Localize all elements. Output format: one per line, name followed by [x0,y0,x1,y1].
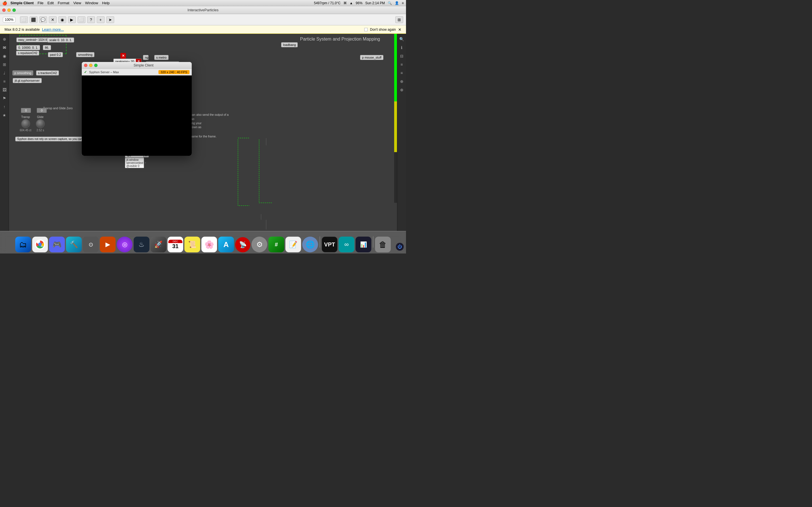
patch-canvas[interactable]: Particle System and Projection Mapping l… [9,34,397,231]
toolbar-btn-7[interactable]: ⬜ [78,16,86,23]
dock-arduino[interactable]: ∞ [339,237,354,252]
obj-metro[interactable]: s metro [154,55,168,60]
dock-launchpad[interactable]: 🚀 [151,237,166,252]
toolbar-btn-5[interactable]: ◉ [58,16,66,23]
dial-glide-knob[interactable] [36,119,45,128]
dock-appstore[interactable]: A [218,237,234,252]
obj-num10000[interactable]: s repulsionCH2 [16,51,39,55]
search-icon[interactable]: 🔍 [388,1,392,5]
minimize-button[interactable] [7,8,11,12]
right-sidebar-add[interactable]: ⊕ [399,87,405,93]
obj-num86[interactable]: 0. 10000. 0. 1. [16,45,40,50]
dock-siri[interactable]: ◎ [117,237,133,252]
dock-finder[interactable]: 🗂 [15,237,31,252]
chrome-icon [35,239,45,249]
dial-transp-knob[interactable] [21,119,30,128]
floating-maximize[interactable] [94,64,98,67]
dock-textedit[interactable]: 📝 [285,237,301,252]
num-box-0-left[interactable]: 0 [21,108,31,113]
dock-internet[interactable]: 🌐 [302,237,318,252]
menubar-right: 5497rpm / 71.0°C ⌘ ▲ 96% Sun 2:14 PM 🔍 👤… [314,1,404,5]
syphon-server-label[interactable]: Syphon Server – Max [89,70,119,74]
sidebar-icon-8[interactable]: ↑ [1,104,8,110]
controls-icon[interactable]: ≡ [402,1,404,5]
notification-text: Max 8.0.2 is available [4,27,40,32]
menu-app-name[interactable]: Simple Client [10,1,34,5]
dial-glide-value: 2.52 s [36,129,44,132]
learn-more-link[interactable]: Learn more... [42,27,64,32]
floating-minimize[interactable] [89,64,93,67]
menu-window[interactable]: Window [85,1,98,5]
menubar: 🍎 Simple Client File Edit Format View Wi… [0,0,406,6]
dock-displaylink[interactable]: ▶ [100,237,116,252]
toolbar-btn-6[interactable]: ▶ [68,16,76,23]
toolbar-btn-4[interactable]: ✕ [49,16,57,23]
modal-close-x[interactable]: ✕ [120,53,126,59]
dock-vpt[interactable]: VPT [322,237,338,252]
sidebar-icon-0[interactable]: ⊕ [1,36,8,42]
right-sidebar-info[interactable]: ℹ [399,45,405,51]
right-sidebar-list2[interactable]: ≡ [399,70,405,76]
toolbar-btn-add[interactable]: + [97,16,105,23]
menu-help[interactable]: Help [102,1,110,5]
dock-numbers[interactable]: # [268,237,284,252]
toolbar-grid[interactable]: ⊞ [395,16,403,23]
obj-past[interactable]: smoothing [76,52,94,57]
obj-p-smoothing[interactable]: s tractionCH2 [36,70,59,75]
dock-sleeve[interactable]: ⊙ [83,237,99,252]
dont-show-checkbox[interactable] [364,28,368,31]
floating-close[interactable] [84,64,87,67]
sidebar-icon-3[interactable]: ⊞ [1,61,8,68]
sidebar-icon-6[interactable]: 🖼 [1,87,8,93]
notification-close[interactable]: ✕ [398,27,402,32]
toolbar-btn-1[interactable]: ⬜ [20,16,28,23]
obj-asy-centroid[interactable]: easy_centroid~ 1024 8 [16,38,49,42]
sidebar-icon-4[interactable]: ♩ [1,70,8,76]
dock-systemprefs[interactable]: ⚙ [252,237,267,252]
obj-traction[interactable]: jit.gl.syphonserver [13,78,42,83]
maximize-button[interactable] [12,8,16,12]
dock-xcode[interactable]: 🔨 [66,237,82,252]
dock-discord[interactable]: 🎮 [49,237,65,252]
close-button[interactable] [2,8,6,12]
right-sidebar-connect[interactable]: ⊕ [399,78,405,84]
obj-fps-dropdown[interactable]: jit.window servercontext @visible 0 ▼ [125,158,144,168]
apple-menu[interactable]: 🍎 [2,1,7,5]
zoom-level[interactable]: 100% [3,17,15,22]
menu-format[interactable]: Format [58,1,69,5]
right-sidebar-list[interactable]: ≡ [399,61,405,68]
dock-chrome[interactable] [32,237,48,252]
right-sidebar-search[interactable]: 🔍 [399,36,405,42]
power-button[interactable]: ⏻ [396,243,404,251]
obj-scale[interactable]: 86. [43,45,51,50]
left-sidebar: ⊕ ✉ ◉ ⊞ ♩ ≡ 🖼 ⚑ ↑ ★ [0,34,9,231]
dock-calendar[interactable]: DEC 31 [167,237,183,252]
menu-edit[interactable]: Edit [47,1,54,5]
sidebar-icon-5[interactable]: ≡ [1,78,8,84]
dock-istat[interactable]: 📊 [356,237,371,252]
dock-netnewswire[interactable]: 📡 [235,237,250,252]
user-icon[interactable]: 👤 [395,1,399,5]
obj-smoothing[interactable]: p smoothing [12,70,33,75]
dock-steam[interactable]: ♨ [134,237,149,252]
toolbar-btn-arrow[interactable]: ➤ [106,16,114,23]
sidebar-icon-9[interactable]: ★ [1,112,8,118]
right-sidebar-minus[interactable]: ⊟ [399,53,405,59]
obj-repulsion[interactable]: past 0.2 [48,52,63,57]
obj-loadbang[interactable]: loadbang [281,42,298,47]
menu-view[interactable]: View [73,1,81,5]
toolbar-btn-8[interactable]: ? [87,16,95,23]
menu-file[interactable]: File [38,1,43,5]
toolbar-btn-3[interactable]: 💬 [39,16,47,23]
toolbar-btn-2[interactable]: ⬛ [30,16,38,23]
dock-trash[interactable]: 🗑 [375,237,391,252]
dock-scriptedit[interactable]: 📜 [185,237,200,252]
sidebar-icon-7[interactable]: ⚑ [1,95,8,101]
obj-peakamp[interactable]: scale 0. 10. 0. 1. [47,38,74,43]
obj-mouse-stuff[interactable]: p mouse_stuff [360,55,384,60]
dock-photos[interactable]: 🌸 [201,237,217,252]
obj-bang[interactable]: ng [143,55,149,60]
sidebar-icon-1[interactable]: ✉ [1,45,8,51]
sidebar-icon-2[interactable]: ◉ [1,53,8,59]
num-box-0-right[interactable]: 0 [37,108,47,113]
